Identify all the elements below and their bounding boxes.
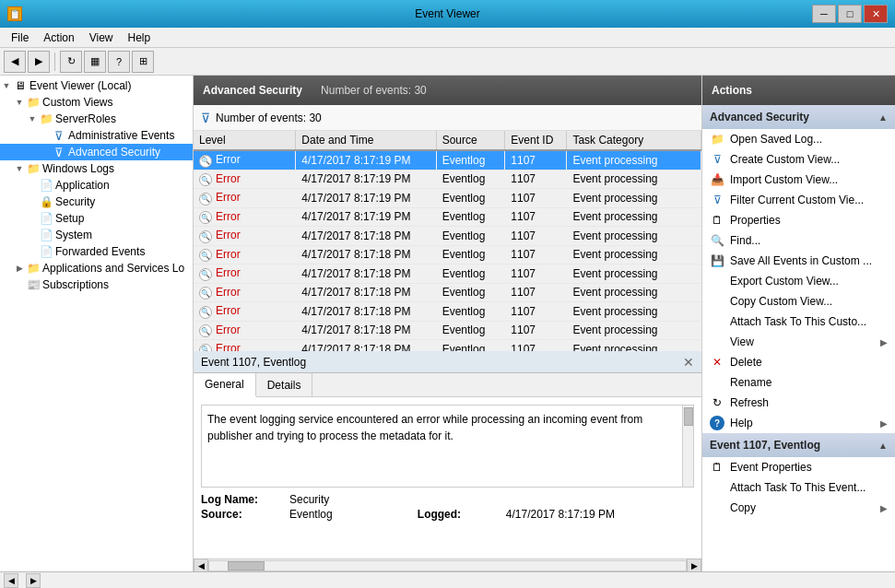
close-button[interactable]: ✕ [864, 5, 888, 23]
status-scroll-right[interactable]: ▶ [26, 573, 41, 588]
menu-view[interactable]: View [82, 29, 121, 46]
action-export[interactable]: Export Custom View... [702, 271, 895, 291]
table-row[interactable]: 🔍Error4/17/2017 8:17:19 PMEventlog1107Ev… [194, 189, 701, 208]
col-source[interactable]: Source [436, 131, 505, 150]
tree-application[interactable]: ▶ 📄 Application [0, 177, 193, 194]
col-datetime[interactable]: Date and Time [296, 131, 436, 150]
actions-section-advanced-security[interactable]: Advanced Security ▲ [702, 105, 895, 129]
menu-help[interactable]: Help [121, 29, 159, 46]
tab-general[interactable]: General [194, 373, 256, 397]
action-create-custom-view-label: Create Custom View... [730, 153, 840, 166]
table-row[interactable]: 🔍Error4/17/2017 8:17:18 PMEventlog1107Ev… [194, 302, 701, 322]
tree-security[interactable]: ▶ 🔒 Security [0, 194, 193, 210]
cell-level: 🔍Error [194, 340, 296, 352]
col-task[interactable]: Task Category [567, 131, 701, 150]
action-properties[interactable]: 🗒 Properties [702, 210, 895, 230]
table-row[interactable]: 🔍Error4/17/2017 8:17:19 PMEventlog1107Ev… [194, 207, 701, 227]
action-filter-current[interactable]: ⊽ Filter Current Custom Vie... [702, 190, 895, 210]
table-row[interactable]: 🔍Error4/17/2017 8:17:18 PMEventlog1107Ev… [194, 321, 701, 340]
find-icon: 🔍 [710, 233, 724, 248]
action-rename[interactable]: Rename [702, 372, 895, 393]
action-import-custom-view[interactable]: 📥 Import Custom View... [702, 170, 895, 190]
application-log-icon: 📄 [39, 178, 53, 193]
detail-hscroll-thumb[interactable] [228, 561, 265, 570]
back-button[interactable]: ◀ [4, 51, 26, 73]
refresh-icon: ↻ [710, 395, 724, 410]
table-row[interactable]: 🔍Error4/17/2017 8:17:18 PMEventlog1107Ev… [194, 340, 701, 352]
detail-hscroll-left[interactable]: ◀ [194, 559, 208, 572]
search-icon-sm: 🔍 [199, 155, 212, 168]
table-header-row: Level Date and Time Source Event ID [194, 131, 701, 150]
action-open-saved-log[interactable]: 📁 Open Saved Log... [702, 129, 895, 149]
tab-details[interactable]: Details [256, 373, 313, 396]
tree-advanced-security[interactable]: ▶ ⊽ Advanced Security [0, 144, 193, 160]
tree-forwarded-events[interactable]: ▶ 📄 Forwarded Events [0, 243, 193, 260]
toolbar: ◀ ▶ ↻ ▦ ? ⊞ [0, 48, 895, 76]
col-eventid[interactable]: Event ID [505, 131, 567, 150]
table-row[interactable]: 🔍Error4/17/2017 8:17:18 PMEventlog1107Ev… [194, 245, 701, 265]
table-row[interactable]: 🔍Error4/17/2017 8:17:19 PMEventlog1107Ev… [194, 170, 701, 189]
views-button[interactable]: ▦ [84, 51, 106, 73]
subscriptions-icon: 📰 [26, 277, 41, 292]
tree-windows-logs[interactable]: ▼ 📁 Windows Logs [0, 160, 193, 177]
source-value: Eventlog [289, 508, 412, 521]
forward-button[interactable]: ▶ [28, 51, 50, 73]
cell-id: 1107 [505, 265, 567, 284]
detail-hscroll[interactable]: ◀ ▶ [194, 559, 701, 571]
col-level[interactable]: Level [194, 131, 296, 150]
tree-app-services[interactable]: ▶ 📁 Applications and Services Lo [0, 260, 193, 276]
action-delete[interactable]: ✕ Delete [702, 352, 895, 372]
action-attach-task-event[interactable]: Attach Task To This Event... [702, 477, 895, 498]
tree-custom-views[interactable]: ▼ 📁 Custom Views [0, 94, 193, 111]
tree-setup[interactable]: ▶ 📄 Setup [0, 210, 193, 227]
tree-root[interactable]: ▼ 🖥 Event Viewer (Local) [0, 77, 193, 94]
action-save-all-events[interactable]: 💾 Save All Events in Custom ... [702, 251, 895, 271]
menu-action[interactable]: Action [36, 29, 81, 46]
table-row[interactable]: 🔍Error4/17/2017 8:17:18 PMEventlog1107Ev… [194, 265, 701, 284]
app-services-expand-icon: ▶ [13, 262, 26, 275]
action-view[interactable]: View ▶ [702, 332, 895, 352]
cell-source: Eventlog [436, 340, 505, 352]
cell-level: 🔍Error [194, 265, 296, 284]
level-text: Error [216, 323, 241, 336]
action-find[interactable]: 🔍 Find... [702, 230, 895, 251]
tree-admin-events[interactable]: ▶ ⊽ Administrative Events [0, 127, 193, 144]
detail-vscroll[interactable] [682, 406, 693, 487]
detail-scroll-thumb[interactable] [684, 407, 693, 426]
tree-subscriptions[interactable]: ▶ 📰 Subscriptions [0, 276, 193, 293]
refresh-button[interactable]: ↻ [60, 51, 82, 73]
cell-date: 4/17/2017 8:17:19 PM [296, 207, 436, 227]
forwarded-events-icon: 📄 [39, 244, 53, 259]
help-toolbar-button[interactable]: ? [108, 51, 130, 73]
tree-system[interactable]: ▶ 📄 System [0, 227, 193, 243]
actions-section-event-1107[interactable]: Event 1107, Eventlog ▲ [702, 433, 895, 457]
cell-id: 1107 [505, 340, 567, 352]
tree-server-roles[interactable]: ▼ 📁 ServerRoles [0, 111, 193, 127]
table-row[interactable]: 🔍Error4/17/2017 8:17:18 PMEventlog1107Ev… [194, 283, 701, 302]
action-copy-custom-view[interactable]: Copy Custom View... [702, 291, 895, 312]
table-row[interactable]: 🔍Error4/17/2017 8:17:19 PMEventlog1107Ev… [194, 150, 701, 170]
action-copy-event[interactable]: Copy ▶ [702, 498, 895, 518]
action-refresh[interactable]: ↻ Refresh [702, 393, 895, 413]
table-row[interactable]: 🔍Error4/17/2017 8:17:18 PMEventlog1107Ev… [194, 227, 701, 246]
action-attach-task[interactable]: Attach Task To This Custo... [702, 312, 895, 332]
action-event-properties[interactable]: 🗒 Event Properties [702, 457, 895, 477]
action-copy-event-label: Copy [730, 501, 756, 514]
actions-section-label-2: Event 1107, Eventlog [710, 439, 820, 452]
action-help[interactable]: ? Help ▶ [702, 413, 895, 433]
status-scroll-left[interactable]: ◀ [4, 573, 18, 588]
maximize-button[interactable]: □ [838, 5, 862, 23]
event-table-container[interactable]: Level Date and Time Source Event ID [194, 131, 701, 351]
cell-level: 🔍Error [194, 150, 296, 170]
filter-icon: ⊽ [201, 111, 210, 125]
menu-file[interactable]: File [4, 29, 36, 46]
action-rename-label: Rename [730, 376, 771, 389]
minimize-button[interactable]: ─ [812, 5, 836, 23]
action-create-custom-view[interactable]: ⊽ Create Custom View... [702, 149, 895, 170]
cell-date: 4/17/2017 8:17:18 PM [296, 302, 436, 322]
detail-hscroll-track[interactable] [208, 560, 687, 571]
detail-close-button[interactable]: ✕ [683, 355, 694, 370]
detail-hscroll-right[interactable]: ▶ [687, 559, 701, 572]
search-icon-sm: 🔍 [199, 173, 212, 186]
expand-button[interactable]: ⊞ [132, 51, 154, 73]
